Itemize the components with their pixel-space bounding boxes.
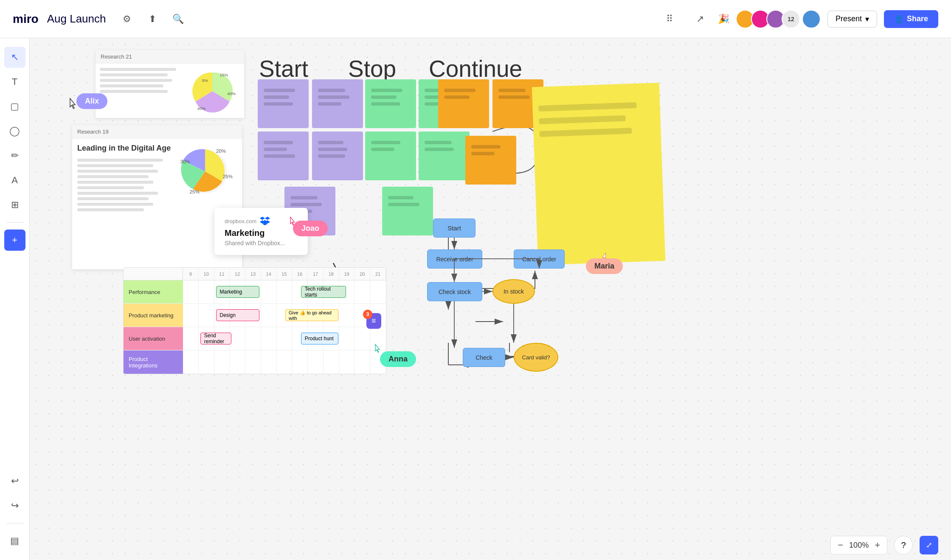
timeline-col-9: 9 (183, 268, 199, 280)
retro-stop-label: Stop (348, 55, 396, 82)
large-yellow-sticky[interactable] (532, 83, 665, 265)
doc-header-21: Research 21 (96, 50, 244, 64)
timeline[interactable]: 9 10 11 12 13 14 15 16 17 18 19 20 21 Pe… (123, 267, 386, 374)
cursor-icon[interactable]: ↗ (692, 11, 709, 28)
topbar-icons: ⚙ ⬆ 🔍 (118, 11, 186, 28)
anna-cursor-area: Anna (374, 344, 410, 371)
zoom-level: 100% (848, 541, 869, 550)
doc-title: Leading in the Digital Age (77, 144, 172, 153)
flow-receive-order[interactable]: Receive order (427, 249, 482, 269)
timeline-col-19: 19 (339, 268, 355, 280)
avatars: 12 (739, 10, 821, 28)
timeline-header: 9 10 11 12 13 14 15 16 17 18 19 20 21 (124, 268, 386, 280)
sidebar-select[interactable]: ↖ (4, 47, 25, 68)
sidebar-panel[interactable]: ▤ (4, 530, 25, 552)
upload-icon[interactable]: ⬆ (144, 11, 161, 28)
joao-cursor-area: Joao (293, 221, 328, 236)
bottombar: − 100% + ? ⤢ (818, 530, 951, 560)
flow-cancel-order[interactable]: Cancel order (514, 249, 565, 269)
sticky-stop-1[interactable] (365, 79, 416, 128)
sidebar-redo[interactable]: ↪ (4, 495, 25, 516)
sidebar-highlighter[interactable]: A (4, 170, 25, 191)
timeline-row-product-marketing: Product marketing Design Give 👍 to go ah… (124, 304, 386, 327)
anna-label: Anna (380, 351, 416, 367)
timeline-col-10: 10 (199, 268, 214, 280)
sticky-start-4[interactable] (312, 132, 363, 180)
settings-icon[interactable]: ⚙ (118, 11, 135, 28)
alix-label: Alix (76, 93, 107, 109)
task-design[interactable]: Design (216, 309, 259, 321)
board-title[interactable]: Aug Launch (47, 12, 106, 25)
timeline-col-13: 13 (245, 268, 261, 280)
timeline-col-20: 20 (355, 268, 370, 280)
task-tech-rollout[interactable]: Tech rollout starts (301, 286, 346, 298)
dropbox-icon (260, 216, 270, 226)
sticky-stop-4[interactable] (419, 132, 470, 180)
flow-check[interactable]: Check (463, 348, 505, 367)
svg-text:40%: 40% (227, 91, 236, 96)
sidebar-add[interactable]: + (4, 230, 25, 251)
timeline-col-16: 16 (292, 268, 308, 280)
sticky-cont-1[interactable] (438, 79, 489, 128)
present-button[interactable]: Present ▾ (827, 11, 877, 28)
sticky-stop-5[interactable] (382, 187, 433, 235)
task-marketing[interactable]: Marketing (216, 286, 259, 298)
avatar-count[interactable]: 12 (782, 10, 800, 28)
timeline-label-user-activation: User activation (124, 327, 183, 350)
flow-card-valid[interactable]: Card valid? (514, 343, 558, 372)
timeline-label-performance: Performance (124, 280, 183, 303)
svg-marker-19 (265, 217, 270, 220)
task-give-ahead[interactable]: Give 👍 to go ahead with (285, 309, 338, 321)
sidebar-text[interactable]: T (4, 71, 25, 92)
flow-start[interactable]: Start (433, 218, 476, 238)
timeline-col-11: 11 (214, 268, 230, 280)
zoom-in-button[interactable]: + (875, 540, 880, 551)
topbar: miro Aug Launch ⚙ ⬆ 🔍 ⠿ ↗ 🎉 12 Present ▾… (0, 0, 951, 38)
retro-continue-label: Continue (429, 55, 522, 82)
timeline-col-12: 12 (230, 268, 245, 280)
pie-chart-2: 20% 25% 25% 30% (177, 144, 233, 199)
sticky-start-2[interactable] (312, 79, 363, 128)
share-button[interactable]: 👤 Share (884, 10, 938, 28)
svg-marker-18 (260, 217, 265, 220)
svg-text:30%: 30% (180, 159, 190, 164)
svg-text:25%: 25% (190, 189, 200, 194)
timeline-col-18: 18 (324, 268, 339, 280)
party-icon[interactable]: 🎉 (715, 11, 732, 28)
svg-text:40%: 40% (197, 106, 206, 111)
sidebar-frame[interactable]: ⊞ (4, 194, 25, 216)
sticky-start-1[interactable] (258, 79, 309, 128)
pie-chart-1: 15% 40% 40% 5% (189, 68, 236, 115)
doc-header-19: Research 19 (72, 125, 242, 139)
timeline-row-integrations: Product Integrations (124, 350, 386, 374)
expand-button[interactable]: ⤢ (920, 536, 938, 554)
flow-in-stock[interactable]: In stock (492, 279, 535, 304)
task-product-hunt[interactable]: Product hunt (301, 333, 338, 344)
sticky-start-3[interactable] (258, 132, 309, 180)
sidebar-divider2 (6, 523, 23, 524)
sidebar-shapes[interactable]: ◯ (4, 120, 25, 142)
flow-check-stock[interactable]: Check stock (427, 282, 482, 301)
sidebar-pen[interactable]: ✏ (4, 145, 25, 166)
task-send-reminder[interactable]: Send reminder (200, 333, 231, 344)
doc-research-21[interactable]: Research 21 15% 40% 4 (96, 50, 244, 118)
sidebar-undo[interactable]: ↩ (4, 470, 25, 492)
apps-icon[interactable]: ⠿ (661, 11, 678, 28)
joao-label: Joao (293, 221, 328, 236)
retro-start-label: Start (259, 55, 308, 82)
svg-text:5%: 5% (202, 78, 208, 83)
comment-area[interactable]: 3 ≡ (366, 313, 381, 329)
zoom-controls: − 100% + (830, 536, 887, 554)
search-icon[interactable]: 🔍 (169, 11, 186, 28)
avatar-main (802, 10, 821, 28)
canvas[interactable]: Start Stop Continue (30, 38, 951, 560)
svg-text:20%: 20% (216, 148, 226, 154)
maria-label: Maria (586, 258, 623, 274)
sticky-stop-3[interactable] (365, 132, 416, 180)
sidebar-sticky[interactable]: ▢ (4, 96, 25, 117)
help-button[interactable]: ? (894, 536, 913, 554)
timeline-label-product-marketing: Product marketing (124, 304, 183, 327)
dropbox-subtitle: Shared with Dropbox... (225, 240, 298, 246)
sticky-cont-3[interactable] (465, 136, 516, 185)
zoom-out-button[interactable]: − (838, 540, 843, 551)
